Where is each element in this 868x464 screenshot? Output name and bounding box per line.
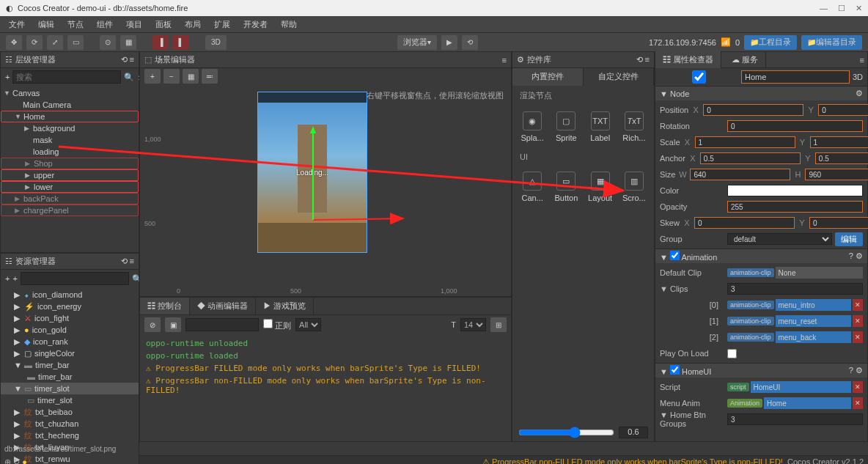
menu-anim-slot[interactable]: Home — [764, 397, 851, 409]
services-tab[interactable]: ☁ 服务 — [724, 51, 766, 68]
menu-布局[interactable]: 布局 — [179, 18, 207, 32]
hierarchy-node-loading[interactable]: loading — [1, 146, 139, 158]
zoom-value[interactable]: 0.6 — [619, 427, 648, 438]
remove-clip-icon[interactable]: ✕ — [853, 315, 863, 327]
remove-clip-icon[interactable]: ✕ — [853, 331, 863, 343]
search-icon[interactable]: 🔍 — [124, 73, 134, 82]
control-Rich...[interactable]: TxTRich... — [620, 111, 648, 142]
panel-menu-icon[interactable]: ⟲ — [121, 257, 128, 265]
edit-group-button[interactable]: 编辑 — [835, 232, 863, 246]
stop-icon[interactable]: ▣ — [165, 317, 181, 332]
asset-txt_hecheng[interactable]: ▶纹txt_hecheng — [1, 430, 139, 441]
remove-clip-icon[interactable]: ✕ — [853, 299, 863, 311]
scale-tool-icon[interactable]: ⤢ — [47, 35, 63, 50]
asset-timer_bar[interactable]: ▼▬timer_bar — [1, 359, 139, 371]
asset-icon_energy[interactable]: ▶⚡icon_energy — [1, 301, 139, 312]
gear-icon[interactable]: ⚙ — [856, 89, 863, 98]
status-icon1[interactable]: ⊕ — [4, 457, 11, 464]
asset-icon_fight[interactable]: ▶⚔icon_fight — [1, 312, 139, 324]
node-enabled-checkbox[interactable] — [660, 70, 738, 84]
control-Button[interactable]: ▭Button — [552, 172, 580, 202]
menu-组件[interactable]: 组件 — [91, 18, 119, 32]
menu-面板[interactable]: 面板 — [150, 18, 177, 32]
hierarchy-node-Home[interactable]: ▼Home — [1, 111, 139, 122]
anchor-tool-icon[interactable]: ⊙ — [100, 35, 116, 50]
play-button[interactable]: ▶ — [441, 35, 457, 50]
console-tab-1[interactable]: ◆ 动画编辑器 — [190, 298, 256, 314]
assets-search[interactable] — [21, 272, 129, 285]
add-node-icon[interactable]: + — [5, 73, 10, 81]
control-Label[interactable]: TXTLabel — [586, 111, 614, 142]
grid-icon[interactable]: ▦ — [183, 69, 199, 84]
position-y-input[interactable] — [818, 104, 868, 116]
opacity-input[interactable] — [727, 201, 863, 213]
control-Sprite[interactable]: ▢Sprite — [552, 111, 580, 142]
minimize-icon[interactable]: — — [820, 4, 828, 13]
regex-checkbox[interactable]: 正则 — [263, 319, 291, 331]
menu-文件[interactable]: 文件 — [3, 18, 31, 32]
homeui-section-header[interactable]: ▼ HomeUI ? ⚙ — [655, 363, 867, 378]
filter-level-select[interactable]: All — [295, 318, 321, 331]
control-Spla...[interactable]: ◉Spla... — [518, 111, 546, 142]
homeui-enabled-checkbox[interactable] — [670, 365, 680, 375]
asset-icon_rank[interactable]: ▶◆icon_rank — [1, 336, 139, 347]
panel-menu-icon[interactable]: ⟲ — [636, 55, 643, 64]
gear-icon[interactable]: ⚙ — [856, 251, 863, 260]
play-on-load-checkbox[interactable] — [727, 349, 737, 358]
zoom-slider[interactable] — [518, 427, 614, 438]
inspector-tab[interactable]: ☷ 属性检查器 — [655, 51, 721, 68]
builtin-controls-tab[interactable]: 内置控件 — [512, 68, 584, 86]
size-h-input[interactable] — [805, 169, 868, 180]
help-icon[interactable]: ? — [849, 366, 853, 375]
scene-viewport[interactable]: 使用鼠标右键平移视窗焦点，使用滚轮缩放视图 1,000 500 0 0 500 … — [140, 84, 511, 296]
rotation-input[interactable] — [727, 120, 863, 132]
asset-icon_diamond[interactable]: ▶⬥icon_diamond — [1, 289, 139, 301]
preview-dropdown[interactable]: 浏览器 ▾ — [397, 35, 437, 50]
clip-slot[interactable]: menu_back — [776, 331, 851, 343]
status-icon2[interactable]: ↻ — [13, 457, 20, 464]
status-icon3[interactable]: ● — [22, 457, 27, 464]
hierarchy-node-mask[interactable]: mask — [1, 134, 139, 146]
hierarchy-node-Main Camera[interactable]: Main Camera — [1, 99, 139, 111]
anchor-x-input[interactable] — [700, 152, 801, 164]
add-asset-icon[interactable]: + — [5, 274, 10, 283]
scale-y-input[interactable] — [810, 136, 868, 148]
animation-section-header[interactable]: ▼ Animation ? ⚙ — [655, 248, 867, 263]
custom-controls-tab[interactable]: 自定义控件 — [584, 68, 655, 86]
panel-opts-icon[interactable]: ≡ — [130, 257, 134, 265]
hierarchy-node-upper[interactable]: ▶upper — [1, 169, 139, 181]
menu-帮助[interactable]: 帮助 — [275, 18, 303, 32]
clip-slot[interactable]: menu_reset — [776, 315, 851, 327]
expand-icon[interactable]: ⊞ — [490, 317, 507, 332]
project-dir-button[interactable]: 📁 工程目录 — [744, 35, 797, 50]
asset-timer_slot[interactable]: ▼▭timer_slot — [1, 383, 139, 394]
hierarchy-node-Canvas[interactable]: ▼Canvas — [1, 87, 139, 99]
clip-slot[interactable]: menu_intro — [776, 299, 851, 311]
skew-y-input[interactable] — [809, 217, 868, 229]
node-section-header[interactable]: ▼ Node ⚙ — [655, 86, 867, 100]
hierarchy-search[interactable] — [12, 70, 121, 84]
zoom-out-icon[interactable]: − — [163, 69, 180, 84]
panel-menu-icon[interactable]: ⟲ — [121, 55, 128, 64]
asset-icon_gold[interactable]: ▶●icon_gold — [1, 324, 139, 336]
skew-x-input[interactable] — [694, 217, 795, 229]
size-w-input[interactable] — [690, 169, 790, 180]
close-icon[interactable]: ✕ — [856, 4, 862, 13]
help-icon[interactable]: ? — [849, 251, 853, 260]
menu-编辑[interactable]: 编辑 — [32, 18, 60, 32]
pivot-tool-icon[interactable]: ▦ — [120, 35, 136, 50]
node-name-input[interactable] — [741, 70, 850, 84]
asset-singleColor[interactable]: ▶▢singleColor — [1, 347, 139, 359]
hierarchy-node-backPack[interactable]: ▶backPack — [1, 193, 139, 205]
rotate-tool-icon[interactable]: ⟳ — [26, 35, 43, 50]
font-size-select[interactable]: 14 — [460, 318, 486, 331]
console-tab-2[interactable]: ▶ 游戏预览 — [256, 298, 314, 314]
control-Layout[interactable]: ▦Layout — [586, 172, 614, 202]
gear-icon[interactable]: ⚙ — [856, 366, 863, 375]
align-right-icon[interactable]: ▌ — [173, 35, 189, 50]
script-slot[interactable]: HomeUI — [751, 381, 851, 393]
asset-txt_beibao[interactable]: ▶纹txt_beibao — [1, 406, 139, 418]
reload-button[interactable]: ⟲ — [462, 35, 478, 50]
rect-tool-icon[interactable]: ▭ — [67, 35, 84, 50]
hierarchy-node-chargePanel[interactable]: ▶chargePanel — [1, 205, 139, 216]
